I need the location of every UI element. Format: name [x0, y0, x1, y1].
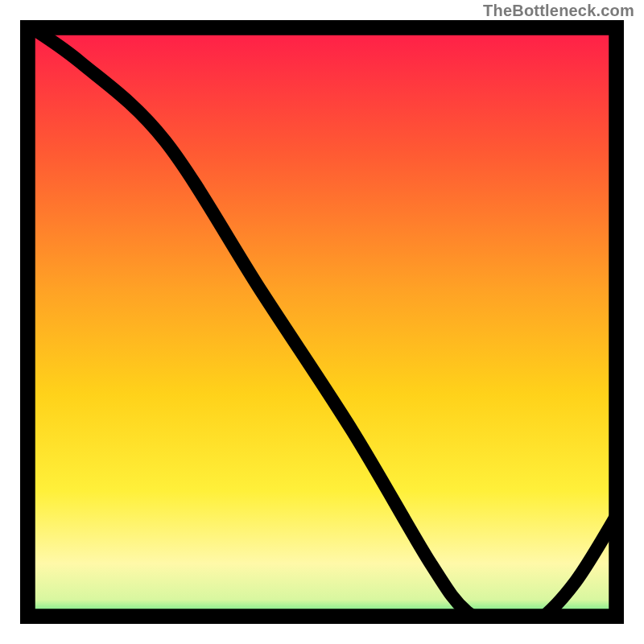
bottleneck-chart [20, 20, 624, 624]
gradient-background [20, 20, 624, 624]
chart-svg [20, 20, 624, 624]
watermark-text: TheBottleneck.com [483, 2, 634, 20]
